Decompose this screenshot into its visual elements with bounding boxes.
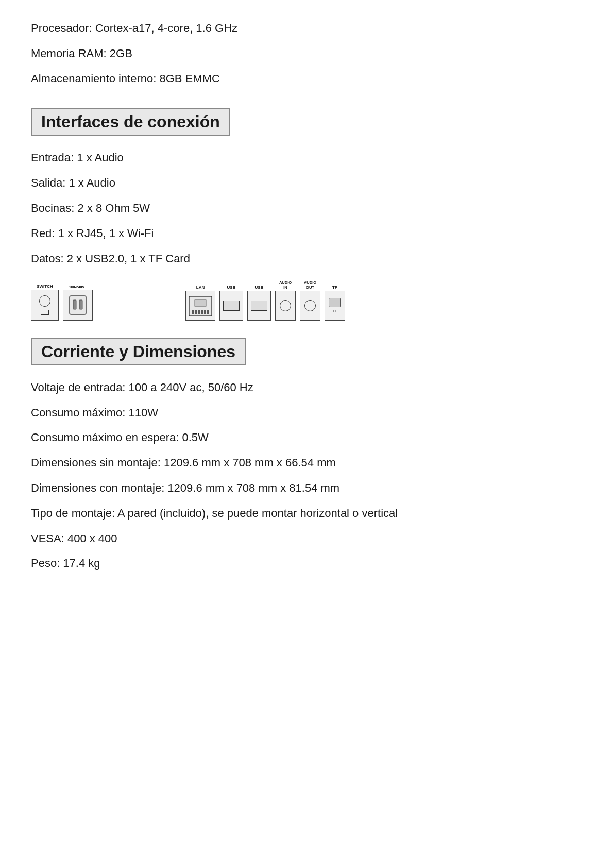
svg-rect-8	[204, 310, 206, 314]
svg-rect-0	[70, 296, 86, 314]
entrada-spec: Entrada: 1 x Audio	[31, 150, 582, 166]
lan-port-icon: LAN	[185, 285, 215, 321]
salida-spec: Salida: 1 x Audio	[31, 175, 582, 191]
right-port-icons: LAN USB	[185, 281, 345, 321]
tf-port-icon: TF TF	[325, 285, 345, 321]
bocinas-spec: Bocinas: 2 x 8 Ohm 5W	[31, 201, 582, 216]
red-spec: Red: 1 x RJ45, 1 x Wi-Fi	[31, 226, 582, 242]
consumo-espera-spec: Consumo máximo en espera: 0.5W	[31, 430, 582, 446]
vesa-spec: VESA: 400 x 400	[31, 531, 582, 547]
svg-rect-2	[79, 300, 82, 309]
switch-port-icon: SWITCH	[31, 284, 59, 321]
svg-rect-6	[198, 310, 200, 314]
consumo-max-spec: Consumo máximo: 110W	[31, 405, 582, 421]
usb2-port-icon: USB	[247, 285, 271, 321]
voltaje-spec: Voltaje de entrada: 100 a 240V ac, 50/60…	[31, 380, 582, 396]
interfaces-heading: Interfaces de conexión	[31, 96, 582, 150]
svg-rect-4	[192, 310, 194, 314]
svg-rect-10	[195, 299, 206, 307]
svg-rect-1	[73, 300, 76, 309]
port-icons-row: SWITCH 100-240V~ LAN	[31, 281, 582, 321]
dim-con-spec: Dimensiones con montaje: 1209.6 mm x 708…	[31, 480, 582, 496]
ram-spec: Memoria RAM: 2GB	[31, 46, 582, 62]
dim-sin-spec: Dimensiones sin montaje: 1209.6 mm x 708…	[31, 455, 582, 471]
power-heading: Corriente y Dimensiones	[31, 326, 582, 380]
storage-spec: Almacenamiento interno: 8GB EMMC	[31, 71, 582, 87]
svg-rect-7	[201, 310, 203, 314]
montaje-spec: Tipo de montaje: A pared (incluido), se …	[31, 506, 582, 522]
audio-out-port-icon: AUDIOOUT	[300, 281, 320, 321]
processor-spec: Procesador: Cortex-a17, 4-core, 1.6 GHz	[31, 21, 582, 37]
svg-rect-9	[207, 310, 209, 314]
audio-in-port-icon: AUDIOIN	[275, 281, 296, 321]
svg-rect-5	[195, 310, 197, 314]
power-port-icon: 100-240V~	[63, 285, 93, 321]
datos-spec: Datos: 2 x USB2.0, 1 x TF Card	[31, 251, 582, 267]
left-port-icons: SWITCH 100-240V~	[31, 284, 93, 321]
peso-spec: Peso: 17.4 kg	[31, 556, 582, 572]
usb1-port-icon: USB	[219, 285, 243, 321]
